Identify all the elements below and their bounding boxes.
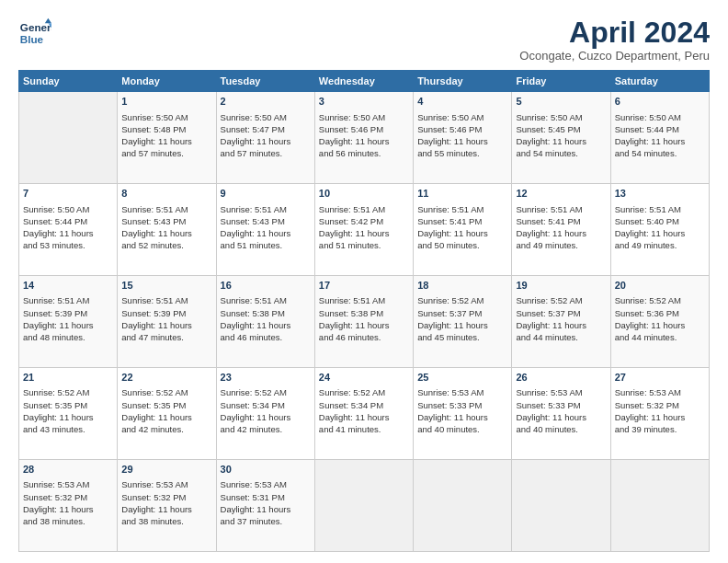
day-cell: 12Sunrise: 5:51 AMSunset: 5:41 PMDayligh… bbox=[512, 184, 610, 276]
week-row-4: 21Sunrise: 5:52 AMSunset: 5:35 PMDayligh… bbox=[19, 368, 710, 460]
day-cell: 28Sunrise: 5:53 AMSunset: 5:32 PMDayligh… bbox=[19, 460, 118, 552]
day-info: Daylight: 11 hours bbox=[23, 227, 113, 239]
day-info: Daylight: 11 hours bbox=[516, 135, 606, 147]
day-number: 2 bbox=[221, 95, 311, 109]
day-cell: 6Sunrise: 5:50 AMSunset: 5:44 PMDaylight… bbox=[610, 92, 709, 184]
day-info: Daylight: 11 hours bbox=[319, 411, 409, 423]
logo-icon: General Blue bbox=[18, 17, 51, 50]
day-cell: 30Sunrise: 5:53 AMSunset: 5:31 PMDayligh… bbox=[216, 460, 314, 552]
day-number: 20 bbox=[615, 279, 705, 293]
day-number: 4 bbox=[417, 95, 507, 109]
day-info: Sunset: 5:37 PM bbox=[417, 307, 507, 319]
day-info: and 53 minutes. bbox=[23, 239, 113, 251]
day-info: Sunset: 5:43 PM bbox=[221, 215, 311, 227]
day-header-friday: Friday bbox=[512, 71, 610, 92]
day-cell: 3Sunrise: 5:50 AMSunset: 5:46 PMDaylight… bbox=[314, 92, 413, 184]
day-info: and 46 minutes. bbox=[221, 331, 311, 343]
day-info: Daylight: 11 hours bbox=[615, 135, 705, 147]
day-info: Daylight: 11 hours bbox=[23, 319, 113, 331]
day-number: 17 bbox=[319, 279, 409, 293]
day-info: Sunrise: 5:53 AM bbox=[615, 386, 705, 398]
day-info: Sunrise: 5:50 AM bbox=[23, 203, 113, 215]
day-cell: 16Sunrise: 5:51 AMSunset: 5:38 PMDayligh… bbox=[216, 276, 314, 368]
day-info: Daylight: 11 hours bbox=[221, 411, 311, 423]
day-info: Daylight: 11 hours bbox=[615, 319, 705, 331]
day-info: Daylight: 11 hours bbox=[615, 411, 705, 423]
day-info: Sunrise: 5:52 AM bbox=[516, 294, 606, 306]
day-info: Sunrise: 5:52 AM bbox=[417, 294, 507, 306]
day-number: 14 bbox=[23, 279, 113, 293]
day-info: Sunset: 5:38 PM bbox=[319, 307, 409, 319]
day-number: 9 bbox=[221, 187, 311, 201]
day-info: Sunrise: 5:53 AM bbox=[221, 478, 311, 490]
day-info: and 49 minutes. bbox=[516, 239, 606, 251]
day-number: 8 bbox=[121, 187, 211, 201]
day-number: 19 bbox=[516, 279, 606, 293]
day-info: and 38 minutes. bbox=[23, 515, 113, 527]
day-number: 10 bbox=[319, 187, 409, 201]
day-info: Daylight: 11 hours bbox=[615, 227, 705, 239]
day-info: Sunset: 5:34 PM bbox=[319, 399, 409, 411]
day-number: 1 bbox=[121, 95, 211, 109]
day-info: Sunset: 5:32 PM bbox=[121, 491, 211, 503]
day-number: 6 bbox=[615, 95, 705, 109]
day-info: and 51 minutes. bbox=[319, 239, 409, 251]
day-number: 18 bbox=[417, 279, 507, 293]
day-cell: 7Sunrise: 5:50 AMSunset: 5:44 PMDaylight… bbox=[19, 184, 118, 276]
day-info: and 40 minutes. bbox=[417, 423, 507, 435]
header: General Blue April 2024 Ocongate, Cuzco … bbox=[18, 17, 710, 63]
day-info: Sunset: 5:44 PM bbox=[23, 215, 113, 227]
calendar-table: SundayMondayTuesdayWednesdayThursdayFrid… bbox=[18, 70, 710, 552]
day-cell: 2Sunrise: 5:50 AMSunset: 5:47 PMDaylight… bbox=[216, 92, 314, 184]
day-info: and 44 minutes. bbox=[516, 331, 606, 343]
day-info: and 40 minutes. bbox=[516, 423, 606, 435]
day-info: Sunset: 5:43 PM bbox=[121, 215, 211, 227]
day-cell: 13Sunrise: 5:51 AMSunset: 5:40 PMDayligh… bbox=[610, 184, 709, 276]
day-cell: 24Sunrise: 5:52 AMSunset: 5:34 PMDayligh… bbox=[314, 368, 413, 460]
day-info: Sunrise: 5:53 AM bbox=[516, 386, 606, 398]
day-cell bbox=[414, 460, 512, 552]
day-header-thursday: Thursday bbox=[414, 71, 512, 92]
day-cell: 26Sunrise: 5:53 AMSunset: 5:33 PMDayligh… bbox=[512, 368, 610, 460]
day-info: Sunset: 5:39 PM bbox=[121, 307, 211, 319]
day-number: 27 bbox=[615, 371, 705, 385]
day-info: Sunrise: 5:50 AM bbox=[417, 111, 507, 123]
day-info: Sunset: 5:33 PM bbox=[516, 399, 606, 411]
day-info: Daylight: 11 hours bbox=[319, 227, 409, 239]
day-cell: 10Sunrise: 5:51 AMSunset: 5:42 PMDayligh… bbox=[314, 184, 413, 276]
day-info: Sunset: 5:45 PM bbox=[516, 123, 606, 135]
day-info: Sunset: 5:46 PM bbox=[319, 123, 409, 135]
day-info: Sunset: 5:38 PM bbox=[221, 307, 311, 319]
day-cell: 29Sunrise: 5:53 AMSunset: 5:32 PMDayligh… bbox=[118, 460, 216, 552]
day-number: 3 bbox=[319, 95, 409, 109]
day-cell: 18Sunrise: 5:52 AMSunset: 5:37 PMDayligh… bbox=[414, 276, 512, 368]
day-info: Sunrise: 5:50 AM bbox=[221, 111, 311, 123]
day-info: and 57 minutes. bbox=[221, 147, 311, 159]
day-info: Sunset: 5:48 PM bbox=[121, 123, 211, 135]
day-number: 30 bbox=[221, 463, 311, 477]
day-header-sunday: Sunday bbox=[19, 71, 118, 92]
day-cell: 14Sunrise: 5:51 AMSunset: 5:39 PMDayligh… bbox=[19, 276, 118, 368]
day-info: Sunset: 5:34 PM bbox=[221, 399, 311, 411]
day-info: Daylight: 11 hours bbox=[221, 227, 311, 239]
day-info: Daylight: 11 hours bbox=[121, 319, 211, 331]
day-info: Sunrise: 5:52 AM bbox=[121, 386, 211, 398]
day-info: Daylight: 11 hours bbox=[417, 319, 507, 331]
day-cell: 27Sunrise: 5:53 AMSunset: 5:32 PMDayligh… bbox=[610, 368, 709, 460]
day-info: and 45 minutes. bbox=[417, 331, 507, 343]
day-cell bbox=[19, 92, 118, 184]
day-info: and 49 minutes. bbox=[615, 239, 705, 251]
day-info: Daylight: 11 hours bbox=[417, 411, 507, 423]
day-info: Sunrise: 5:50 AM bbox=[615, 111, 705, 123]
day-number: 5 bbox=[516, 95, 606, 109]
day-info: Daylight: 11 hours bbox=[121, 227, 211, 239]
day-info: Sunset: 5:41 PM bbox=[417, 215, 507, 227]
day-info: and 48 minutes. bbox=[23, 331, 113, 343]
day-header-saturday: Saturday bbox=[610, 71, 709, 92]
day-info: Sunset: 5:37 PM bbox=[516, 307, 606, 319]
day-header-monday: Monday bbox=[118, 71, 216, 92]
day-number: 16 bbox=[221, 279, 311, 293]
calendar-header-row: SundayMondayTuesdayWednesdayThursdayFrid… bbox=[19, 71, 710, 92]
week-row-3: 14Sunrise: 5:51 AMSunset: 5:39 PMDayligh… bbox=[19, 276, 710, 368]
day-number: 12 bbox=[516, 187, 606, 201]
